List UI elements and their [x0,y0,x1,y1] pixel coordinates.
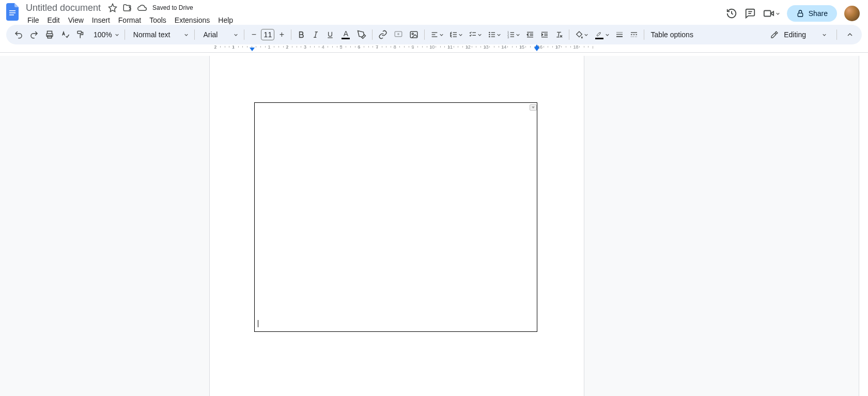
decrease-indent-button[interactable] [523,27,537,42]
underline-button[interactable] [323,27,337,42]
menu-format[interactable]: Format [115,14,145,26]
menu-file[interactable]: File [24,14,43,26]
chevron-down-icon [497,33,501,37]
chevron-down-icon [606,33,609,37]
toolbar: 100% Normal text Arial − + A [6,25,862,44]
move-icon[interactable] [122,3,132,12]
align-button[interactable] [428,27,446,42]
spellcheck-button[interactable] [58,27,72,42]
side-panel-collapsed[interactable] [859,56,868,396]
separator [569,29,569,40]
meet-icon[interactable] [763,8,774,19]
border-width-button[interactable] [613,27,626,42]
svg-point-18 [412,33,414,35]
chevron-down-icon [459,33,462,37]
svg-line-12 [315,32,317,38]
separator [244,29,244,40]
editing-mode-select[interactable]: Editing [766,31,830,39]
insert-link-button[interactable] [376,27,390,42]
add-comment-button[interactable] [391,27,406,42]
clear-formatting-button[interactable] [552,27,566,42]
text-cursor [258,320,258,327]
separator [125,29,125,40]
svg-rect-17 [411,32,418,38]
right-indent-marker[interactable] [534,48,539,51]
checklist-button[interactable] [466,27,484,42]
zoom-value: 100% [91,31,114,39]
chevron-down-icon [584,33,588,37]
redo-button[interactable] [27,27,41,42]
menu-edit[interactable]: Edit [44,14,64,26]
svg-rect-51 [616,34,623,35]
cloud-saved-icon[interactable] [137,3,147,12]
app-header: Untitled document Saved to Drive File Ed… [0,0,868,25]
horizontal-ruler[interactable]: 21123456789101112131415161718 [0,44,868,53]
print-button[interactable] [42,27,57,42]
svg-rect-52 [616,36,623,37]
chevron-down-icon [823,33,826,37]
separator [644,29,644,40]
bulleted-list-button[interactable] [485,27,503,42]
menu-view[interactable]: View [65,14,87,26]
paragraph-style-select[interactable]: Normal text [128,31,192,39]
menu-bar: File Edit View Insert Format Tools Exten… [24,13,722,26]
chevron-down-icon [234,33,238,37]
numbered-list-button[interactable]: 123 [504,27,522,42]
zoom-select[interactable]: 100% [89,27,121,42]
undo-button[interactable] [11,27,26,42]
separator [372,29,373,40]
menu-help[interactable]: Help [214,14,237,26]
insert-image-button[interactable] [407,27,421,42]
document-canvas[interactable] [0,56,868,396]
menu-tools[interactable]: Tools [146,14,170,26]
menu-extensions[interactable]: Extensions [171,14,213,26]
line-spacing-button[interactable] [447,27,465,42]
meet-dropdown-icon[interactable] [776,12,780,16]
cell-fill-button[interactable] [572,27,591,42]
increase-font-size-button[interactable]: + [275,30,288,39]
share-button[interactable]: Share [787,5,837,22]
chevron-down-icon [184,33,188,37]
collapse-toolbar-button[interactable] [843,27,857,42]
separator [194,29,195,40]
svg-rect-9 [78,31,82,34]
svg-rect-50 [616,32,623,33]
chevron-down-icon [478,33,482,37]
increase-indent-button[interactable] [538,27,551,42]
docs-logo-icon[interactable] [6,3,20,21]
svg-rect-1 [9,12,16,13]
paint-format-button[interactable] [73,27,88,42]
svg-rect-0 [9,10,16,11]
separator [836,29,837,40]
share-label: Share [809,9,828,18]
text-color-button[interactable]: A [338,27,353,42]
table[interactable] [254,102,537,332]
font-family-select[interactable]: Arial [198,31,241,39]
border-color-swatch [595,38,603,39]
svg-rect-6 [798,13,802,17]
save-status[interactable]: Saved to Drive [152,4,193,11]
border-style-button[interactable] [627,27,641,42]
text-color-swatch [342,38,350,39]
document-title[interactable]: Untitled document [24,3,103,13]
font-size-input[interactable] [261,29,274,40]
star-icon[interactable] [108,3,117,12]
account-avatar[interactable] [844,6,860,21]
history-icon[interactable] [726,8,737,19]
comments-icon[interactable] [745,8,756,19]
pencil-icon [770,31,779,39]
decrease-font-size-button[interactable]: − [247,30,260,39]
table-options-button[interactable]: Table options [647,31,696,39]
svg-text:3: 3 [508,36,509,39]
table-cell[interactable] [255,103,537,331]
border-color-button[interactable] [592,27,612,42]
table-drag-handle[interactable] [530,104,537,111]
bold-button[interactable] [295,27,308,42]
chevron-down-icon [115,33,119,37]
highlight-color-button[interactable] [354,27,369,42]
svg-rect-5 [764,11,770,17]
left-indent-marker[interactable] [250,48,255,51]
document-page[interactable] [209,56,584,396]
menu-insert[interactable]: Insert [88,14,114,26]
italic-button[interactable] [309,27,322,42]
